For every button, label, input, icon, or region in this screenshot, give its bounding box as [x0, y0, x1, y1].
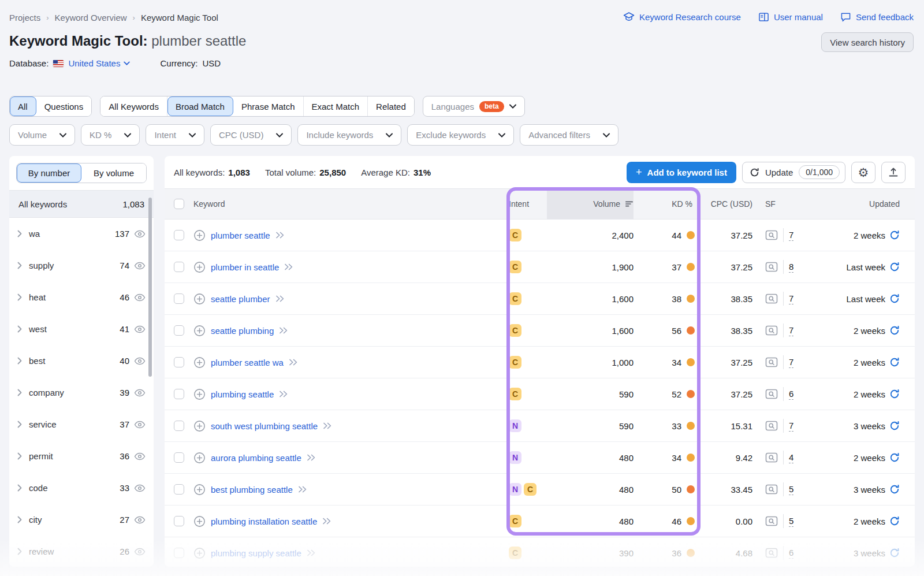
keyword-group-item[interactable]: best 40 — [9, 345, 154, 377]
send-feedback-link[interactable]: Send feedback — [840, 12, 914, 22]
filter-dropdown[interactable]: KD % — [81, 124, 140, 146]
chevron-right-icon[interactable] — [17, 262, 22, 269]
filter-dropdown[interactable]: Advanced filters — [520, 124, 619, 146]
settings-button[interactable]: ⚙ — [851, 162, 875, 183]
row-checkbox[interactable] — [174, 230, 184, 240]
refresh-keyword-icon[interactable] — [889, 293, 900, 304]
double-chevron-icon[interactable] — [284, 263, 293, 270]
double-chevron-icon[interactable] — [307, 454, 316, 461]
sort-descending-icon[interactable] — [625, 200, 634, 207]
row-checkbox[interactable] — [174, 516, 184, 526]
eye-icon[interactable] — [134, 293, 146, 302]
sf-count[interactable]: 6 — [789, 548, 793, 559]
keyword-link[interactable]: plumbing installation seattle — [211, 516, 317, 526]
eye-icon[interactable] — [134, 452, 146, 460]
chevron-right-icon[interactable] — [17, 357, 22, 365]
export-button[interactable] — [881, 162, 906, 183]
serp-preview-icon[interactable] — [765, 452, 778, 463]
add-keyword-plus-icon[interactable] — [193, 229, 206, 241]
languages-dropdown[interactable]: Languages beta — [423, 96, 525, 117]
row-checkbox[interactable] — [174, 262, 184, 272]
chevron-right-icon[interactable] — [17, 421, 22, 428]
chevron-right-icon[interactable] — [17, 484, 22, 492]
keyword-link[interactable]: best plumbing seattle — [211, 485, 293, 495]
keyword-group-item[interactable]: supply 74 — [9, 250, 154, 281]
eye-icon[interactable] — [134, 548, 146, 556]
eye-icon[interactable] — [134, 262, 146, 270]
add-keyword-plus-icon[interactable] — [193, 452, 206, 464]
keyword-link[interactable]: plumber in seattle — [211, 262, 279, 272]
user-manual-link[interactable]: User manual — [758, 12, 823, 22]
serp-preview-icon[interactable] — [765, 515, 778, 527]
eye-icon[interactable] — [134, 484, 146, 492]
keyword-link[interactable]: plumbing supply seattle — [211, 548, 301, 558]
keyword-group-item[interactable]: review 26 — [9, 536, 154, 567]
double-chevron-icon[interactable] — [322, 518, 331, 525]
double-chevron-icon[interactable] — [307, 549, 316, 556]
serp-preview-icon[interactable] — [765, 420, 778, 432]
refresh-keyword-icon[interactable] — [889, 548, 900, 558]
filter-dropdown[interactable]: Volume — [9, 124, 75, 146]
sort-by-volume-tab[interactable]: By volume — [81, 163, 146, 183]
eye-icon[interactable] — [134, 516, 146, 524]
sf-count[interactable]: 6 — [789, 389, 793, 400]
keyword-link[interactable]: plumbing seattle — [211, 389, 274, 399]
row-checkbox[interactable] — [174, 325, 184, 336]
filter-dropdown[interactable]: Exclude keywords — [407, 124, 514, 146]
sf-count[interactable]: 7 — [789, 421, 793, 432]
add-keyword-plus-icon[interactable] — [193, 484, 206, 496]
keyword-link[interactable]: aurora plumbing seattle — [211, 453, 301, 463]
add-keyword-plus-icon[interactable] — [193, 356, 206, 369]
refresh-keyword-icon[interactable] — [889, 389, 900, 399]
chevron-right-icon[interactable] — [17, 293, 22, 301]
serp-preview-icon[interactable] — [765, 388, 778, 400]
chevron-right-icon[interactable] — [17, 389, 22, 396]
match-tab[interactable]: Broad Match — [167, 96, 233, 116]
keyword-group-item[interactable]: wa 137 — [9, 218, 154, 250]
add-to-keyword-list-button[interactable]: + Add to keyword list — [627, 162, 736, 183]
row-checkbox[interactable] — [174, 452, 184, 463]
row-checkbox[interactable] — [174, 421, 184, 431]
add-keyword-plus-icon[interactable] — [193, 293, 206, 305]
eye-icon[interactable] — [134, 421, 146, 429]
match-tab[interactable]: All Keywords — [100, 96, 167, 116]
intent-column-header[interactable]: Intent — [509, 199, 529, 209]
sort-by-number-tab[interactable]: By number — [17, 163, 81, 183]
eye-icon[interactable] — [134, 389, 146, 397]
refresh-keyword-icon[interactable] — [889, 421, 900, 431]
refresh-keyword-icon[interactable] — [889, 230, 900, 240]
updated-column-header[interactable]: Updated — [869, 199, 900, 209]
serp-preview-icon[interactable] — [765, 484, 778, 495]
keyword-group-item[interactable]: company 39 — [9, 377, 154, 408]
sf-count[interactable]: 8 — [789, 262, 793, 273]
chevron-right-icon[interactable] — [17, 516, 22, 523]
eye-icon[interactable] — [134, 230, 146, 238]
double-chevron-icon[interactable] — [275, 295, 285, 302]
chevron-right-icon[interactable] — [17, 548, 22, 555]
match-tab[interactable]: All — [10, 96, 36, 116]
eye-icon[interactable] — [134, 325, 146, 333]
serp-preview-icon[interactable] — [765, 261, 778, 273]
keyword-research-course-link[interactable]: Keyword Research course — [623, 12, 741, 22]
refresh-keyword-icon[interactable] — [889, 452, 900, 463]
double-chevron-icon[interactable] — [298, 486, 307, 493]
serp-preview-icon[interactable] — [765, 356, 778, 368]
double-chevron-icon[interactable] — [323, 422, 332, 429]
double-chevron-icon[interactable] — [279, 391, 288, 397]
match-tab[interactable]: Questions — [36, 96, 92, 116]
double-chevron-icon[interactable] — [275, 232, 285, 239]
database-select[interactable]: United States — [68, 58, 130, 68]
keyword-link[interactable]: south west plumbing seattle — [211, 421, 318, 431]
refresh-keyword-icon[interactable] — [889, 325, 900, 336]
view-search-history-button[interactable]: View search history — [821, 32, 914, 52]
serp-preview-icon[interactable] — [765, 229, 778, 241]
row-checkbox[interactable] — [174, 357, 184, 367]
add-keyword-plus-icon[interactable] — [193, 547, 206, 559]
keyword-link[interactable]: seattle plumber — [211, 294, 270, 304]
keyword-link[interactable]: plumber seattle wa — [211, 358, 284, 367]
keyword-group-item[interactable]: permit 36 — [9, 440, 154, 472]
double-chevron-icon[interactable] — [279, 327, 288, 334]
filter-dropdown[interactable]: Intent — [146, 124, 204, 146]
keyword-link[interactable]: plumber seattle — [211, 231, 270, 240]
cpc-column-header[interactable]: CPC (USD) — [711, 199, 752, 209]
